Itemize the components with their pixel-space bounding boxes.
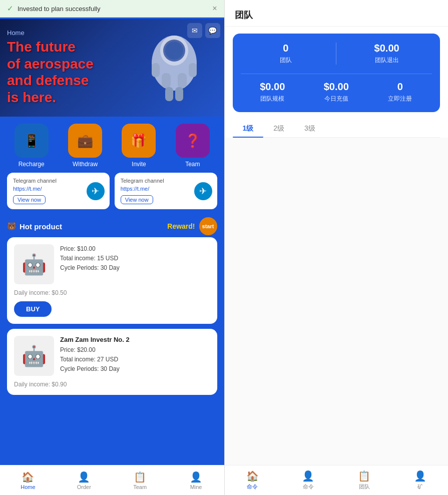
telegram-card-2: Telegram channel https://t.me/ View now … [115, 173, 217, 209]
nav-order[interactable]: 👤 Order [56, 471, 112, 490]
tg-view-btn-2[interactable]: View now [121, 195, 153, 204]
toast-content: ✓ Invested to plan successfully [7, 4, 100, 13]
withdraw-icon: 💼 [68, 124, 102, 158]
hero-home-label: Home [7, 29, 94, 37]
svg-rect-6 [152, 63, 160, 77]
mine-nav-label: Mine [190, 484, 202, 490]
daily-income-2: Daily income: $0.90 [14, 381, 67, 388]
stat-team-exit-value: $0.00 [341, 43, 432, 54]
right-order-label: 命令 [303, 483, 314, 490]
hero-title-line1: The future [7, 39, 76, 55]
team-nav-label: Team [133, 484, 147, 490]
quick-actions: 📱 Recharge 💼 Withdraw 🎁 Invite ❓ Team [0, 117, 224, 173]
hot-product-label: 🐻 Hot product [7, 222, 62, 231]
product-name-2: Zam Zam Investr No. 2 [60, 336, 210, 343]
toast-close-button[interactable]: × [212, 4, 217, 13]
right-mine-label: 矿 [417, 483, 423, 490]
right-team-icon: 📋 [358, 470, 370, 482]
recharge-label: Recharge [19, 161, 45, 168]
telegram-card-1: Telegram channel https://t.me/ View now … [7, 173, 110, 209]
home-nav-label: Home [21, 484, 35, 490]
tg-view-btn-1[interactable]: View now [13, 195, 46, 204]
recharge-button[interactable]: 📱 Recharge [7, 124, 56, 168]
tab-level2[interactable]: 2级 [263, 120, 294, 137]
reward-label: Reward! [167, 222, 195, 230]
svg-rect-9 [175, 87, 183, 101]
chat-icon[interactable]: 💬 [205, 23, 220, 38]
success-toast: ✓ Invested to plan successfully × [0, 0, 224, 18]
mine-nav-icon: 👤 [190, 471, 202, 483]
order-nav-label: Order [77, 484, 91, 490]
team-button[interactable]: ❓ Team [168, 124, 217, 168]
svg-point-3 [165, 42, 183, 60]
team-icon: ❓ [176, 124, 210, 158]
hero-title-highlight: is here. [7, 90, 56, 105]
product-info-2: Zam Zam Investr No. 2 Price: $20.00 Tota… [60, 336, 210, 376]
product-total-income-1: Total income: 15 USD [60, 254, 210, 263]
start-button[interactable]: start [199, 217, 217, 235]
product-price-2: Price: $20.00 [60, 345, 210, 355]
tabs-row: 1级 2级 3级 [233, 120, 440, 138]
tg-label-1: Telegram channel [13, 178, 104, 184]
buy-button-1[interactable]: BUY [14, 301, 52, 317]
product-card-1: 🤖 Price: $10.00 Total income: 15 USD Cyc… [7, 237, 217, 324]
daily-income-1: Daily income: $0.50 [14, 289, 67, 296]
right-team-label: 团队 [359, 483, 370, 490]
right-order-icon: 👤 [302, 470, 314, 482]
product-footer-1: Daily income: $0.50 [14, 289, 210, 296]
product-top-1: 🤖 Price: $10.00 Total income: 15 USD Cyc… [14, 244, 210, 284]
tab-level3[interactable]: 3级 [294, 120, 325, 137]
stat-instant-register-value: 0 [368, 81, 432, 93]
toast-message: Invested to plan successfully [18, 5, 100, 13]
product-top-2: 🤖 Zam Zam Investr No. 2 Price: $20.00 To… [14, 336, 210, 376]
nav-right-home[interactable]: 🏠 命令 [225, 470, 281, 490]
tg-url-2: https://t.me/ [121, 186, 176, 192]
tab-content-area [225, 138, 449, 465]
team-nav-icon: 📋 [134, 471, 146, 483]
stat-team-count-label: 团队 [241, 56, 331, 65]
nav-team[interactable]: 📋 Team [112, 471, 168, 490]
svg-rect-8 [165, 87, 173, 101]
stat-team-exit: $0.00 团队退出 [341, 43, 432, 65]
stat-instant-register: 0 立即注册 [368, 81, 432, 103]
hero-title: The future of aerospace and defense is h… [7, 39, 94, 106]
product-cycle-1: Cycle Periods: 30 Day [60, 263, 210, 273]
bottom-nav-left: 🏠 Home 👤 Order 📋 Team 👤 Mine [0, 465, 224, 495]
withdraw-label: Withdraw [73, 161, 98, 168]
invite-button[interactable]: 🎁 Invite [115, 124, 163, 168]
hero-action-icons: ✉ 💬 [187, 23, 220, 38]
product-cycle-2: Cycle Periods: 30 Day [60, 364, 210, 374]
robot-icon-1: 🤖 [22, 253, 47, 276]
right-home-label: 命令 [247, 483, 258, 490]
hero-title-line2: of aerospace [7, 56, 94, 72]
invite-label: Invite [132, 161, 146, 168]
team-label: Team [185, 161, 200, 168]
tab-level1[interactable]: 1级 [233, 120, 264, 137]
stats-card: 0 团队 $0.00 团队退出 $0.00 团队规模 $0.00 今日充值 0 … [233, 34, 440, 112]
nav-home[interactable]: 🏠 Home [0, 471, 56, 490]
nav-right-team[interactable]: 📋 团队 [336, 470, 392, 490]
product-total-income-2: Total income: 27 USD [60, 355, 210, 364]
nav-mine[interactable]: 👤 Mine [168, 471, 224, 490]
bottom-nav-right: 🏠 命令 👤 命令 📋 团队 👤 矿 [225, 465, 449, 495]
right-page-title: 团队 [225, 0, 449, 27]
hero-title-line3: and defense [7, 73, 89, 88]
invite-icon: 🎁 [122, 124, 156, 158]
stats-divider-1 [336, 43, 336, 65]
withdraw-button[interactable]: 💼 Withdraw [61, 124, 109, 168]
message-icon[interactable]: ✉ [187, 23, 202, 38]
product-footer-2: Daily income: $0.90 [14, 381, 210, 388]
hot-bear-icon: 🐻 [7, 222, 17, 231]
stat-today-recharge: $0.00 今日充值 [304, 81, 368, 103]
telegram-section: Telegram channel https://t.me/ View now … [0, 173, 224, 214]
nav-right-order[interactable]: 👤 命令 [280, 470, 336, 490]
check-icon: ✓ [7, 4, 14, 13]
stat-today-recharge-value: $0.00 [304, 81, 368, 93]
nav-right-mine[interactable]: 👤 矿 [392, 470, 448, 490]
product-card-2: 🤖 Zam Zam Investr No. 2 Price: $20.00 To… [7, 329, 217, 395]
stat-instant-register-label: 立即注册 [368, 95, 432, 103]
hero-text: Home The future of aerospace and defense… [7, 29, 94, 106]
stats-top: 0 团队 $0.00 团队退出 [241, 43, 432, 65]
product-image-1: 🤖 [14, 244, 54, 284]
svg-rect-5 [178, 73, 187, 88]
